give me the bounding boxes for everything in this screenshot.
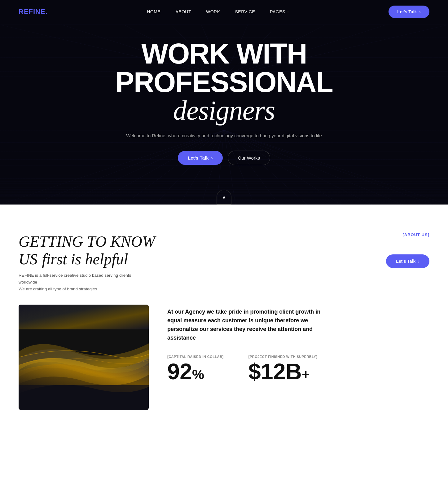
hero-title-line1: WORK WITH xyxy=(115,39,333,68)
stat-capital-unit: % xyxy=(192,367,204,382)
hero-primary-arrow-icon: › xyxy=(211,155,213,161)
stat-projects-value: $12B+ xyxy=(248,360,318,383)
hero-content: WORK WITH PROFESSIONAL designers Welcome… xyxy=(109,39,339,165)
nav-service[interactable]: SERVICE xyxy=(235,9,255,14)
nav-links: HOME ABOUT WORK SERVICE PAGES ∨ xyxy=(147,9,289,15)
about-text-block: At our Agency we take pride in promoting… xyxy=(167,305,429,383)
about-cta-label: Let's Talk xyxy=(396,259,415,264)
svg-rect-64 xyxy=(19,305,149,329)
about-desc-line2: We are crafting all type of brand strate… xyxy=(19,287,97,291)
about-cta-button[interactable]: Let's Talk › xyxy=(386,254,429,268)
svg-rect-65 xyxy=(19,385,149,410)
hero-our-works-button[interactable]: Our Works xyxy=(228,151,270,165)
about-desc-line1: REFINE is a full-service creative studio… xyxy=(19,273,131,284)
about-right-col: [ABOUT US] Let's Talk › xyxy=(386,232,429,268)
stat-projects-unit: + xyxy=(302,367,310,382)
about-heading: GETTING TO KNOW US first is helpful REFI… xyxy=(19,232,155,292)
about-description: REFINE is a full-service creative studio… xyxy=(19,272,143,292)
nav-home[interactable]: HOME xyxy=(147,9,160,14)
navbar: REFINE. HOME ABOUT WORK SERVICE PAGES ∨ … xyxy=(0,0,448,24)
nav-cta-label: Let's Talk xyxy=(397,9,417,14)
stat-capital-number: 92 xyxy=(167,359,192,384)
hero-buttons: Let's Talk › Our Works xyxy=(115,151,333,165)
stat-capital-value: 92% xyxy=(167,360,224,383)
about-body: At our Agency we take pride in promoting… xyxy=(19,305,429,410)
about-body-text: At our Agency we take pride in promoting… xyxy=(167,308,328,342)
stat-capital: [CAPTITAL RAISED IN COLLAB] 92% xyxy=(167,355,224,383)
about-label: [ABOUT US] xyxy=(402,232,429,237)
hero-section: WORK WITH PROFESSIONAL designers Welcome… xyxy=(0,0,448,205)
about-top-row: GETTING TO KNOW US first is helpful REFI… xyxy=(19,232,429,292)
nav-cta-button[interactable]: Let's Talk › xyxy=(389,6,429,18)
pages-dropdown-icon: ∨ xyxy=(287,10,289,14)
stat-projects: [PROJECT FINISHED WITH SUPERBLY] $12B+ xyxy=(248,355,318,383)
about-title: GETTING TO KNOW US first is helpful xyxy=(19,232,155,268)
brand-logo[interactable]: REFINE. xyxy=(19,8,48,16)
stat-projects-label: [PROJECT FINISHED WITH SUPERBLY] xyxy=(248,355,318,359)
about-title-italic: first is helpful xyxy=(42,250,128,268)
about-section: GETTING TO KNOW US first is helpful REFI… xyxy=(0,205,448,429)
nav-work[interactable]: WORK xyxy=(206,9,220,14)
nav-pages[interactable]: PAGES xyxy=(270,9,285,14)
hero-title-line2: PROFESSIONAL xyxy=(115,68,333,96)
hero-secondary-label: Our Works xyxy=(238,155,260,161)
about-cta-arrow-icon: › xyxy=(418,259,419,264)
hero-lets-talk-button[interactable]: Let's Talk › xyxy=(178,151,222,165)
hero-primary-label: Let's Talk xyxy=(188,155,209,161)
brand-dot: . xyxy=(46,8,48,15)
hero-subtitle: Welcome to Refine, where creativity and … xyxy=(115,132,333,139)
stats-row: [CAPTITAL RAISED IN COLLAB] 92% [PROJECT… xyxy=(167,355,429,383)
brand-name: REFINE xyxy=(19,8,46,15)
hero-scroll-button[interactable]: ∨ xyxy=(217,190,231,205)
stat-capital-label: [CAPTITAL RAISED IN COLLAB] xyxy=(167,355,224,359)
nav-about[interactable]: ABOUT xyxy=(175,9,191,14)
about-title-line2: US xyxy=(19,250,37,268)
hero-title-italic: designers xyxy=(115,96,333,125)
scroll-down-icon: ∨ xyxy=(222,194,226,200)
stat-projects-number: $12B xyxy=(248,359,302,384)
about-image xyxy=(19,305,149,410)
about-title-line1: GETTING TO KNOW xyxy=(19,233,155,250)
nav-cta-arrow-icon: › xyxy=(419,9,421,14)
